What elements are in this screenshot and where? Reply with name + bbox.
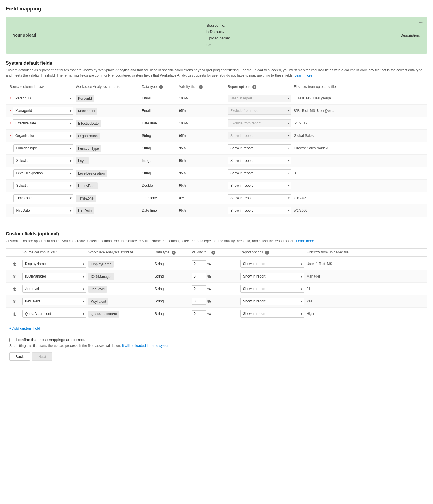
submit-note: Submitting this file starts the upload p… — [9, 344, 424, 348]
data-type-info-icon[interactable]: i — [159, 85, 163, 89]
report-select-wrapper[interactable]: Show in report — [228, 194, 291, 202]
report-select-wrapper[interactable]: Show in report — [228, 207, 291, 214]
delete-cell: 🗑 — [10, 261, 20, 267]
report-option-select[interactable]: Show in report — [228, 194, 291, 202]
custom-report-option-select[interactable]: Show in report — [240, 298, 304, 305]
table-row: 🗑 ICOrManager ICOrManager String % Show … — [6, 270, 427, 283]
source-column-select[interactable]: TimeZone — [13, 194, 73, 202]
attribute-value: Organization — [76, 133, 100, 139]
source-select-wrapper[interactable]: ManagerId — [13, 107, 73, 115]
back-button[interactable]: Back — [9, 352, 30, 361]
custom-report-option-select[interactable]: Show in report — [240, 273, 304, 280]
custom-learn-more-link[interactable]: Learn more — [296, 239, 314, 243]
first-row-cell: 1_Test_MS_User@orga... — [294, 96, 423, 100]
report-select-wrapper[interactable]: Show in report — [228, 144, 291, 152]
system-learn-more-link[interactable]: Learn more — [294, 73, 312, 77]
report-options-info-icon[interactable]: i — [252, 85, 256, 89]
delete-icon[interactable]: 🗑 — [12, 286, 18, 292]
custom-attribute-value: QuotaAttainment — [88, 311, 119, 318]
custom-first-row-cell: Yes — [307, 299, 423, 303]
custom-source-select-wrapper[interactable]: KeyTalent — [22, 298, 86, 305]
next-button[interactable]: Next — [32, 352, 52, 361]
custom-report-option-select[interactable]: Show in report — [240, 310, 304, 318]
source-column-select[interactable]: EffectiveDate — [13, 119, 73, 127]
report-option-select[interactable]: Show in report — [228, 182, 291, 189]
validity-input[interactable] — [192, 310, 206, 317]
edit-icon[interactable]: ✏ — [419, 20, 423, 26]
add-custom-field-button[interactable]: + Add custom field — [9, 325, 40, 332]
custom-source-column-select[interactable]: JobLevel — [22, 285, 86, 293]
report-option-select[interactable]: Show in report — [228, 169, 291, 177]
delete-icon[interactable]: 🗑 — [12, 261, 18, 267]
custom-data-type-info-icon[interactable]: i — [172, 251, 176, 255]
custom-source-col-cell: QuotaAttainment — [22, 310, 86, 318]
data-type-cell: Email — [142, 96, 177, 100]
custom-source-column-select[interactable]: ICOrManager — [22, 273, 86, 280]
source-column-select[interactable]: Organization — [13, 132, 73, 139]
validity-cell: 95% — [179, 159, 225, 163]
validity-info-icon[interactable]: i — [199, 85, 203, 89]
confirm-label[interactable]: I confirm that these mappings are correc… — [9, 338, 424, 342]
custom-source-column-select[interactable]: DisplayName — [22, 260, 86, 268]
validity-input-wrapper: % — [192, 285, 238, 292]
system-section-title: System default fields — [6, 61, 427, 66]
custom-source-select-wrapper[interactable]: DisplayName — [22, 260, 86, 268]
data-type-cell: Double — [142, 184, 177, 188]
validity-cell: 95% — [179, 209, 225, 213]
source-select-wrapper[interactable]: Organization — [13, 132, 73, 139]
delete-icon[interactable]: 🗑 — [12, 298, 18, 304]
source-select-wrapper[interactable]: TimeZone — [13, 194, 73, 202]
confirm-checkbox[interactable] — [9, 338, 13, 342]
custom-source-select-wrapper[interactable]: QuotaAttainment — [22, 310, 86, 318]
attribute-cell: TimeZone — [76, 196, 139, 200]
source-select-wrapper[interactable]: EffectiveDate — [13, 119, 73, 127]
custom-data-type-cell: String — [155, 299, 189, 303]
validity-input[interactable] — [192, 285, 206, 292]
custom-report-select-wrapper[interactable]: Show in report — [240, 298, 304, 305]
source-select-wrapper[interactable]: LevelDesignation — [13, 169, 73, 177]
source-select-wrapper[interactable]: Person ID — [13, 95, 73, 102]
report-option-select[interactable]: Show in report — [228, 144, 291, 152]
source-column-select[interactable]: Select... — [13, 157, 73, 164]
custom-report-options-info-icon[interactable]: i — [265, 251, 269, 255]
report-select-wrapper[interactable]: Show in report — [228, 169, 291, 177]
source-select-wrapper[interactable]: HireDate — [13, 207, 73, 214]
custom-report-select-wrapper[interactable]: Show in report — [240, 260, 304, 268]
source-col-cell: * Person ID — [10, 95, 73, 102]
custom-source-column-select[interactable]: KeyTalent — [22, 298, 86, 305]
source-column-select[interactable]: FunctionType — [13, 144, 73, 152]
source-column-select[interactable]: Select... — [13, 182, 73, 189]
source-select-wrapper[interactable]: Select... — [13, 157, 73, 164]
delete-icon[interactable]: 🗑 — [12, 273, 18, 279]
report-option-select[interactable]: Show in report — [228, 157, 291, 164]
attribute-value: TimeZone — [76, 195, 96, 202]
validity-input[interactable] — [192, 298, 206, 305]
report-select-wrapper[interactable]: Show in report — [228, 157, 291, 164]
custom-header-source-col: Source column in .csv — [22, 250, 86, 255]
delete-icon[interactable]: 🗑 — [12, 311, 18, 317]
first-row-cell: 5/1/2017 — [294, 121, 423, 125]
custom-report-option-select[interactable]: Show in report — [240, 260, 304, 268]
custom-attribute-cell: DisplayName — [88, 262, 152, 266]
validity-input[interactable] — [192, 273, 206, 280]
custom-report-select-wrapper[interactable]: Show in report — [240, 273, 304, 280]
report-option-select[interactable]: Show in report — [228, 207, 291, 214]
source-column-select[interactable]: Person ID — [13, 95, 73, 102]
report-select-wrapper[interactable]: Show in report — [228, 182, 291, 189]
submit-note-link[interactable]: it will be loaded into the system. — [122, 344, 171, 348]
source-select-wrapper[interactable]: FunctionType — [13, 144, 73, 152]
custom-report-select-wrapper[interactable]: Show in report — [240, 310, 304, 318]
custom-source-select-wrapper[interactable]: ICOrManager — [22, 273, 86, 280]
custom-source-column-select[interactable]: QuotaAttainment — [22, 310, 86, 318]
custom-report-select-wrapper[interactable]: Show in report — [240, 285, 304, 293]
source-select-wrapper[interactable]: Select... — [13, 182, 73, 189]
custom-validity-info-icon[interactable]: i — [211, 251, 215, 255]
source-column-select[interactable]: LevelDesignation — [13, 169, 73, 177]
custom-report-option-select[interactable]: Show in report — [240, 285, 304, 293]
custom-source-select-wrapper[interactable]: JobLevel — [22, 285, 86, 293]
source-column-select[interactable]: HireDate — [13, 207, 73, 214]
validity-input[interactable] — [192, 260, 206, 267]
custom-source-col-cell: KeyTalent — [22, 298, 86, 305]
custom-section-desc: Custom fields are optional attributes yo… — [6, 238, 427, 244]
source-column-select[interactable]: ManagerId — [13, 107, 73, 115]
